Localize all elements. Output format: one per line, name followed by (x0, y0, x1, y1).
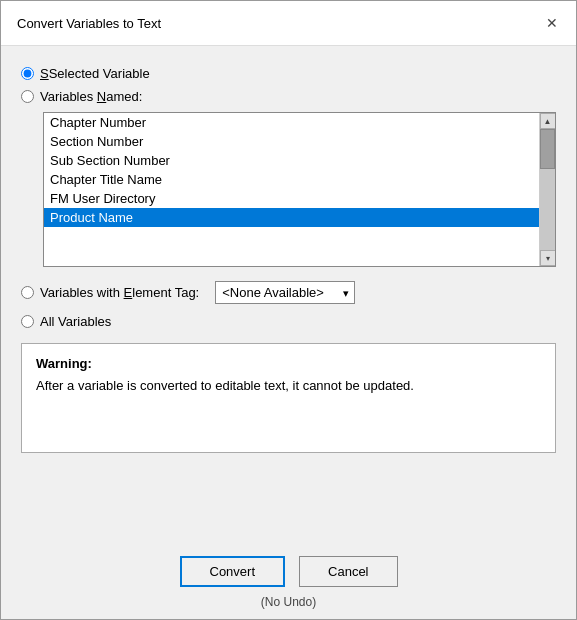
all-variables-radio[interactable] (21, 315, 34, 328)
variables-named-radio[interactable] (21, 90, 34, 103)
warning-title: Warning: (36, 356, 541, 371)
list-item[interactable]: Chapter Title Name (44, 170, 539, 189)
close-button[interactable]: ✕ (540, 11, 564, 35)
selected-variable-radio[interactable] (21, 67, 34, 80)
scroll-down-button[interactable]: ▾ (540, 250, 556, 266)
dialog: Convert Variables to Text ✕ SSelected Va… (0, 0, 577, 620)
element-tag-label[interactable]: Variables with Element Tag: (40, 285, 199, 300)
warning-text: After a variable is converted to editabl… (36, 377, 541, 395)
list-item[interactable]: Sub Section Number (44, 151, 539, 170)
title-bar: Convert Variables to Text ✕ (1, 1, 576, 46)
scrollbar[interactable]: ▲ ▾ (539, 113, 555, 266)
element-tag-row: Variables with Element Tag: <None Availa… (21, 281, 556, 304)
dialog-footer: Convert Cancel (No Undo) (1, 542, 576, 619)
cancel-button[interactable]: Cancel (299, 556, 397, 587)
selected-variable-row: SSelected Variable (21, 66, 556, 81)
list-item[interactable]: Chapter Number (44, 113, 539, 132)
warning-box: Warning: After a variable is converted t… (21, 343, 556, 453)
element-tag-dropdown[interactable]: <None Available> (215, 281, 355, 304)
scroll-thumb[interactable] (540, 129, 555, 169)
variables-named-label[interactable]: Variables Named: (40, 89, 142, 104)
variables-listbox-container: Chapter Number Section Number Sub Sectio… (43, 112, 556, 267)
dialog-title: Convert Variables to Text (17, 16, 161, 31)
selected-variable-label[interactable]: SSelected Variable (40, 66, 150, 81)
element-tag-radio[interactable] (21, 286, 34, 299)
scroll-up-button[interactable]: ▲ (540, 113, 556, 129)
list-item[interactable]: FM User Directory (44, 189, 539, 208)
scroll-track (540, 129, 555, 250)
list-item[interactable]: Section Number (44, 132, 539, 151)
convert-button[interactable]: Convert (180, 556, 286, 587)
no-undo-label: (No Undo) (261, 595, 316, 609)
dialog-content: SSelected Variable Variables Named: Chap… (1, 46, 576, 542)
list-item[interactable]: Product Name (44, 208, 539, 227)
variables-listbox[interactable]: Chapter Number Section Number Sub Sectio… (44, 113, 539, 266)
all-variables-label[interactable]: All Variables (40, 314, 111, 329)
all-variables-row: All Variables (21, 314, 556, 329)
element-tag-dropdown-wrapper: <None Available> (215, 281, 355, 304)
button-row: Convert Cancel (180, 556, 398, 587)
variables-named-row: Variables Named: (21, 89, 556, 104)
